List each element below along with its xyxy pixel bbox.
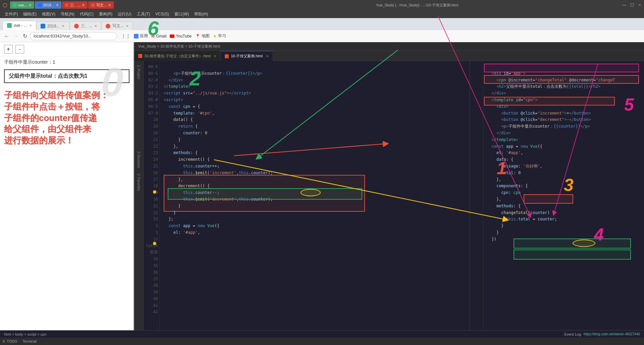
menu-file[interactable]: 文件(F): [3, 11, 20, 18]
vue-tab-icon: [13, 3, 17, 7]
bookmarks-bar: ⋮⋮ 应用 M Gmail YouTube 📍 地图 ★ 学习: [121, 33, 226, 39]
write-browser-icon: [106, 24, 110, 28]
vue-tab-close[interactable]: ✕: [29, 3, 32, 7]
breadcrumb-bottom-text: html > body > script > cpn: [4, 332, 562, 336]
line-numbers: 00-E 00-E 02-# 03-2 04-2 05-# 06-5 07-0 …: [144, 61, 160, 330]
menu-code[interactable]: 代码(C): [78, 11, 96, 18]
vue-browser-icon: [7, 23, 12, 28]
close-btn[interactable]: ✕: [638, 3, 641, 7]
bottom-url: https://blog.csdn.net/weixin-48327446: [584, 332, 640, 336]
ide-main-content: 1: Project Z-Structure 2: Favorites 00-E…: [134, 61, 644, 330]
write-browser-label: 写文...: [112, 23, 124, 29]
menu-vcs[interactable]: VCS(S): [153, 11, 171, 17]
san-browser-close[interactable]: ✕: [94, 24, 97, 28]
title-tab-c2[interactable]: 写文... ✕: [88, 1, 114, 9]
maximize-btn[interactable]: ☐: [630, 3, 634, 7]
address-input[interactable]: [30, 32, 117, 40]
structure-label[interactable]: Z-Structure: [136, 150, 141, 169]
browser-tab-2019[interactable]: 2019... ✕: [36, 21, 70, 30]
ide-tab-2-close[interactable]: ✕: [266, 54, 269, 58]
bookmark-apps[interactable]: 应用: [134, 33, 148, 39]
2019-tab-close[interactable]: ✕: [56, 3, 59, 7]
browser-tabs-row: vue - ... ✕ 2019... ✕ 三、... ✕ 写文... ✕: [0, 18, 644, 30]
ide-area: Vue_Study > 10-组件化开发 > 10-子传父案例.html 10-…: [134, 42, 644, 330]
menu-window[interactable]: 窗口(W): [172, 11, 191, 18]
san-browser-icon: [74, 24, 79, 28]
menu-help[interactable]: 帮助(H): [192, 11, 210, 18]
bookmark-youtube[interactable]: YouTube: [170, 34, 192, 39]
bookmark-maps[interactable]: 📍 地图: [195, 33, 210, 39]
num-5-label: 5: [624, 94, 634, 115]
minus-button[interactable]: -: [15, 45, 24, 54]
vue-tab-label: vue...: [18, 3, 27, 7]
forward-button[interactable]: →: [12, 32, 20, 40]
browser-tab-write[interactable]: 写文... ✕: [101, 21, 133, 30]
menu-run[interactable]: 运行(U): [116, 11, 133, 18]
left-code-panel: 00-E 00-E 02-# 03-2 04-2 05-# 06-5 07-0 …: [144, 61, 470, 330]
html-icon-1: [138, 54, 142, 58]
terminal-item[interactable]: Terminal: [23, 339, 37, 343]
maps-bk-icon: 📍: [195, 34, 200, 39]
2019-tab-label: 2019...: [43, 3, 54, 7]
learn-bk-icon: ★: [213, 34, 217, 39]
san-browser-label: 三、...: [81, 23, 92, 29]
mini-toolbar: + - 0: [0, 42, 133, 57]
title-tab-c1[interactable]: 三、... ✕: [62, 1, 88, 9]
window-title: Vue_Study [...\Vue_Study] - ...\10-子传父案例…: [215, 3, 620, 8]
ide-tab-1-close[interactable]: ✕: [214, 54, 216, 58]
c1-tab-icon: [65, 3, 69, 7]
2019-browser-close[interactable]: ✕: [62, 24, 64, 28]
plus-button[interactable]: +: [4, 45, 13, 54]
todo-item[interactable]: 6: TODO: [3, 339, 17, 343]
c2-tab-label: 写文...: [96, 3, 107, 8]
menu-edit[interactable]: 编辑(E): [21, 11, 39, 18]
youtube-bk-icon: [170, 34, 174, 38]
vue-browser-close[interactable]: ✕: [29, 24, 32, 27]
maps-bk-label: 地图: [202, 33, 210, 39]
youtube-bk-label: YouTube: [176, 34, 192, 39]
learn-bk-label: 学习: [218, 33, 226, 39]
reload-button[interactable]: ↻: [21, 32, 29, 40]
menu-refactor[interactable]: 重构(R): [97, 11, 115, 18]
apps-bk-label: 应用: [140, 33, 148, 39]
browser-tab-vue[interactable]: vue - ... ✕: [3, 21, 36, 30]
c2-tab-close[interactable]: ✕: [108, 3, 111, 7]
menu-tools[interactable]: 工具(T): [135, 11, 152, 18]
ide-tab-1[interactable]: 10-组件通信-子传父（自定义事件）.html ✕: [134, 51, 221, 61]
menu-bar: 文件(F) 编辑(E) 视图(V) 导航(N) 代码(C) 重构(R) 运行(U…: [0, 10, 644, 18]
num-3-label: 3: [564, 175, 574, 195]
gmail-bk-label: Gmail: [156, 34, 166, 39]
minimize-btn[interactable]: —: [622, 3, 626, 7]
project-label[interactable]: 1: Project: [136, 64, 141, 80]
c1-tab-close[interactable]: ✕: [82, 3, 85, 7]
annotation-text: 子组件向父组件传值案例： 子组件中点击＋按钮，将 子组件的counter值传递 …: [0, 84, 133, 152]
ide-tab-2[interactable]: 10-子传父案例.html ✕: [221, 51, 273, 61]
app-icon: ⬡: [3, 2, 7, 8]
address-bar-row: ← → ↻ ⋮⋮ 应用 M Gmail YouTube 📍 地图 ★: [0, 30, 644, 42]
ide-tab-2-label: 10-子传父案例.html: [231, 54, 263, 59]
menu-nav[interactable]: 导航(N): [59, 11, 76, 18]
ide-breadcrumb-bar: Vue_Study > 10-组件化开发 > 10-子传父案例.html: [134, 42, 644, 51]
window-controls[interactable]: — ☐ ✕: [622, 3, 641, 7]
apps-icon[interactable]: ⋮⋮: [121, 33, 130, 39]
favorites-label[interactable]: 2: Favorites: [136, 172, 141, 192]
title-tabs: vue... ✕ 2019... ✕ 三、... ✕ 写文... ✕: [10, 1, 212, 9]
ide-tab-1-label: 10-组件通信-子传父（自定义事件）.html: [144, 54, 210, 59]
title-tab-vue[interactable]: vue... ✕: [10, 1, 34, 9]
write-browser-close[interactable]: ✕: [126, 24, 128, 28]
back-button[interactable]: ←: [3, 32, 11, 40]
menu-view[interactable]: 视图(V): [40, 11, 57, 18]
browser-window: + - 0 子组件中显示counter：1 父组件中显示total：点击次数为1…: [0, 42, 134, 330]
event-log[interactable]: Event Log: [565, 332, 581, 336]
browser-tab-san[interactable]: 三、... ✕: [70, 21, 101, 30]
code-content: <p>子组件中显示counter：{{counter}}</p> </div> …: [160, 61, 470, 330]
breadcrumb-text: Vue_Study > 10-组件化开发 > 10-子传父案例.html: [138, 44, 220, 49]
c1-tab-label: 三、...: [70, 3, 80, 8]
title-bar: ⬡ vue... ✕ 2019... ✕ 三、... ✕ 写文... ✕ Vue…: [0, 0, 644, 10]
bookmark-learn[interactable]: ★ 学习: [213, 33, 226, 39]
title-tab-2019[interactable]: 2019... ✕: [35, 1, 61, 9]
browser-chrome: vue - ... ✕ 2019... ✕ 三、... ✕ 写文... ✕ ← …: [0, 18, 644, 42]
bottom-breadcrumb: html > body > script > cpn Event Log htt…: [0, 330, 644, 338]
num-4-label: 4: [594, 224, 604, 245]
bookmark-gmail[interactable]: M Gmail: [151, 34, 166, 39]
